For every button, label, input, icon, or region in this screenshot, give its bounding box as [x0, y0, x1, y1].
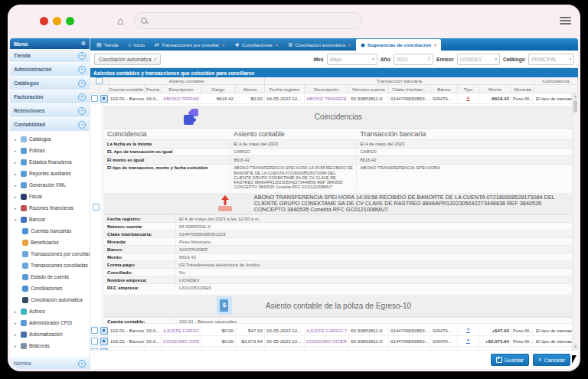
descripcion-banco-link[interactable]: ABONO TRANSFEREN...: [306, 96, 347, 101]
sidebar-item-contabilidad[interactable]: Contabilidad −: [10, 118, 90, 132]
ano-stepper[interactable]: 2023 ▲▼: [394, 54, 433, 65]
tree-item-estados-financieros[interactable]: ▸ Estados financieros: [10, 156, 90, 168]
minimize-window-button[interactable]: [53, 17, 61, 25]
row-expander-icon[interactable]: [100, 348, 108, 351]
tree-item-razones-financieras[interactable]: ▸ Razones financieras: [10, 202, 90, 214]
tree-item-conciliacion-automatica[interactable]: Conciliación automática: [10, 294, 90, 305]
expand-plus-icon[interactable]: +: [78, 93, 86, 101]
tree-item-beneficiarios[interactable]: Beneficiarios: [10, 237, 90, 248]
tab-conciliacion-automatica[interactable]: ⚙ Conciliacion automática ×: [283, 39, 355, 51]
scrollbar-thumb[interactable]: [573, 100, 577, 113]
match-row: El monto es igual 8616.42 8616.42: [104, 155, 573, 164]
spinner-icons[interactable]: ▲▼: [427, 57, 430, 62]
home-icon[interactable]: ⌂: [117, 15, 123, 26]
row-checkbox[interactable]: [91, 95, 98, 102]
expand-plus-icon[interactable]: +: [78, 360, 86, 368]
table-row[interactable]: 102.01 - Bancos... 02-0... CONSUMO INTER…: [90, 336, 578, 347]
descripcion-link[interactable]: AJUSTE CARGO TER...: [163, 328, 199, 333]
tree-item-automatizacion[interactable]: ▸ Automatización: [10, 328, 90, 340]
tree-item-generacion-xml[interactable]: ▸ Generación XML: [10, 179, 90, 191]
sidebar-tree: ▸ Catálogos ▸ Pólizas ▸ Estados financie…: [10, 132, 90, 358]
descripcion-link[interactable]: ABONO TRANSFEREN...: [163, 96, 199, 101]
vertical-scrollbar[interactable]: ▲ ▼: [572, 93, 578, 350]
transfer-out-icon: [217, 195, 234, 211]
select-all-checkbox[interactable]: [96, 77, 103, 84]
abono-type-icon: ▼: [466, 349, 470, 350]
tab-sugerencias-de-conciliacion[interactable]: ◆ Sugerencias de conciliación ×: [356, 39, 441, 51]
catalogo-select[interactable]: PRINCIPAL ▾: [528, 54, 574, 65]
descripcion-link[interactable]: CONSUMO INTERNAC...: [163, 338, 199, 344]
table-row[interactable]: 102.01 - Bancos... 03-0... AJUSTE CARGO …: [90, 325, 578, 336]
tree-item-activos[interactable]: ▸ Activos: [10, 305, 90, 317]
mes-select[interactable]: Mayo ▾: [327, 54, 377, 65]
tree-item-cuentas-bancarias[interactable]: Cuentas bancarias: [10, 225, 90, 237]
automation-icon: [21, 332, 27, 338]
detail-checkbox[interactable]: [93, 204, 100, 211]
chevron-down-icon: ▾: [155, 57, 157, 61]
expand-plus-icon[interactable]: +: [78, 80, 86, 87]
descripcion-banco-link[interactable]: CONSUMO INTERNAC...: [306, 349, 347, 350]
section-title: Asientos contables y transacciones que c…: [90, 68, 578, 77]
gear-icon: ⚙: [288, 42, 292, 47]
table-row[interactable]: 102.01 - Bancos... 04-0... ABONO TRANSFE…: [90, 93, 578, 104]
row-checkbox[interactable]: [91, 327, 98, 334]
detail-field: Conciliado:No: [104, 268, 573, 276]
close-tab-icon[interactable]: ×: [434, 43, 437, 47]
collapse-minus-icon[interactable]: −: [78, 121, 86, 129]
sidebar-item-nomina[interactable]: Nómina +: [10, 358, 90, 369]
menu-hamburger-icon[interactable]: [560, 17, 571, 25]
sidebar-item-tienda[interactable]: Tienda +: [10, 49, 90, 63]
descripcion-banco-link[interactable]: AJUSTE CARGO TER...: [306, 328, 347, 333]
sidebar-item-facturacion[interactable]: Facturación +: [10, 90, 90, 104]
tree-item-bancos[interactable]: ▾ Bancos: [10, 214, 90, 225]
address-search-bar[interactable]: [134, 12, 362, 29]
row-checkbox[interactable]: [91, 338, 98, 345]
tab-inicio[interactable]: ⌂ Inicio: [123, 39, 149, 51]
close-tab-icon[interactable]: ×: [276, 43, 279, 47]
descripcion-banco-link[interactable]: CONSUMO INTERNAC...: [306, 338, 347, 344]
tree-item-estado-de-cuenta[interactable]: Estado de cuenta: [10, 271, 90, 283]
suggestions-icon: ◆: [361, 42, 364, 47]
save-button[interactable]: Guardar: [491, 354, 529, 366]
table-row[interactable]: 102.01 - Bancos... 06-0... CONSUMO INTER…: [90, 347, 578, 350]
chart-icon: [21, 205, 27, 211]
conciliacion-automatica-dropdown[interactable]: Conciliación automática ▾: [94, 54, 161, 65]
maximize-window-button[interactable]: [66, 17, 74, 25]
match-headers: Coincidencia Asiento contable Transacció…: [104, 129, 573, 139]
close-tab-icon[interactable]: ×: [222, 43, 225, 47]
close-window-button[interactable]: [40, 17, 48, 25]
gear-icon[interactable]: ⚙: [81, 41, 86, 47]
sidebar-item-retenciones[interactable]: Retenciones +: [10, 104, 90, 118]
tree-item-polizas[interactable]: ▸ Pólizas: [10, 145, 90, 156]
row-checkbox[interactable]: [91, 348, 98, 350]
tree-item-bitacoras[interactable]: ▸ Bitácoras: [10, 340, 90, 351]
expanded-detail: Coincidencias Coincidencia Asiento conta…: [90, 104, 578, 325]
tree-item-transacciones-por-conciliar[interactable]: Transacciones por conciliar: [10, 248, 90, 260]
catalogo-label: Catálogo: [503, 57, 525, 62]
scroll-down-icon[interactable]: ▼: [573, 344, 578, 350]
tree-item-administrador-cfdi[interactable]: ▸ Administrador CFDI: [10, 317, 90, 328]
tree-item-catalogos[interactable]: ▸ Catálogos: [10, 133, 90, 145]
close-tab-icon[interactable]: ×: [348, 43, 351, 47]
tree-item-reportes-auxiliares[interactable]: ▸ Reportes auxiliares: [10, 168, 90, 179]
scroll-up-icon[interactable]: ▲: [573, 93, 578, 100]
cancel-button[interactable]: ✕ Cancelar: [533, 354, 570, 366]
tree-item-fiscal[interactable]: ▸ Fiscal: [10, 191, 90, 202]
tab-tienda[interactable]: ▤ Tienda: [92, 39, 122, 51]
sidebar-item-administracion[interactable]: Administración +: [10, 63, 90, 77]
tree-item-conciliaciones[interactable]: Conciliaciones: [10, 283, 90, 294]
tab-conciliaciones[interactable]: ❖ Conciliaciones ×: [230, 39, 283, 51]
tree-item-transacciones-conciliadas[interactable]: Transacciones conciliadas: [10, 260, 90, 271]
sidebar-item-catalogos[interactable]: Catálogos +: [10, 77, 90, 90]
expand-plus-icon[interactable]: +: [78, 66, 86, 74]
descripcion-link[interactable]: CONSUMO INTERNAC...: [163, 349, 199, 350]
row-expander-icon[interactable]: [100, 338, 108, 345]
detail-field: Banco:SANTANDER: [104, 245, 573, 253]
row-expander-icon[interactable]: [100, 327, 108, 335]
row-expander-icon[interactable]: [100, 95, 108, 103]
expand-plus-icon[interactable]: +: [78, 52, 86, 60]
emisor-select[interactable]: LIONDEV ▾: [457, 54, 500, 65]
expand-plus-icon[interactable]: +: [78, 107, 86, 115]
people-icon: [22, 240, 28, 246]
tab-transacciones-por-conciliar[interactable]: ⇄ Transacciones por conciliar ×: [150, 39, 229, 51]
